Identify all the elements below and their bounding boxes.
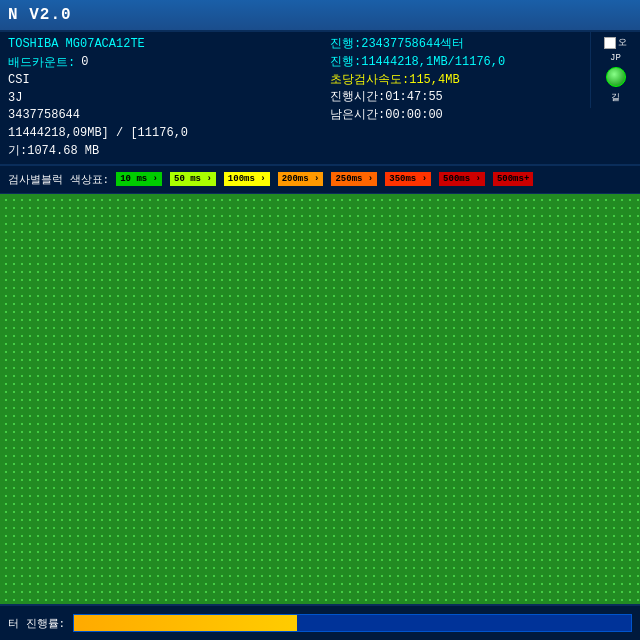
badge-area: 배드카운트: 0 — [8, 54, 310, 71]
legend-250ms[interactable]: 250ms › — [331, 172, 377, 186]
status-indicator — [606, 67, 626, 87]
progress-detail: 11444218,09MB] / [11176,0 — [8, 125, 310, 142]
legend-100ms[interactable]: 100ms › — [224, 172, 270, 186]
progress-line1: 진행:23437758644섹터 — [330, 36, 632, 53]
legend-200ms[interactable]: 200ms › — [278, 172, 324, 186]
bad-count-label: 배드카운트: — [8, 54, 75, 71]
legend-500ms[interactable]: 500ms › — [439, 172, 485, 186]
main-grid — [0, 194, 640, 624]
progress-bar-fill — [74, 615, 297, 631]
right-overlay: 오 JP 길 — [590, 32, 640, 108]
remaining-time: 남은시간:00:00:00 — [330, 107, 632, 124]
model-short: 3J — [8, 90, 310, 107]
right-label-extra: 길 — [611, 91, 620, 104]
app-title: N V2.0 — [8, 6, 72, 24]
checkbox-item: 오 — [604, 36, 627, 49]
speed-line: 초당검사속도:115,4MB — [330, 72, 632, 89]
status-bar: 검사별블럭 색상표: 10 ms › 50 ms › 100ms › 200ms… — [0, 166, 640, 194]
interface-line: CSI — [8, 72, 310, 89]
right-label-o: 오 — [618, 36, 627, 49]
legend-intro: 검사별블럭 색상표: — [8, 172, 109, 187]
info-right: 진행:23437758644섹터 진행:11444218,1MB/11176,0… — [310, 36, 632, 160]
legend-350ms[interactable]: 350ms › — [385, 172, 431, 186]
info-panel: TOSHIBA MG07ACA12TE 배드카운트: 0 CSI 3J 3437… — [0, 32, 640, 166]
sectors-total: 3437758644 — [8, 107, 310, 124]
info-left: TOSHIBA MG07ACA12TE 배드카운트: 0 CSI 3J 3437… — [8, 36, 310, 160]
grid-dots — [0, 194, 640, 624]
legend-10ms[interactable]: 10 ms › — [116, 172, 162, 186]
device-name: TOSHIBA MG07ACA12TE — [8, 36, 310, 53]
legend-500ms-plus[interactable]: 500ms+ — [493, 172, 533, 186]
bottom-bar: 터 진행률: — [0, 604, 640, 640]
bottom-label: 터 진행률: — [8, 616, 65, 631]
header-bar: N V2.0 — [0, 0, 640, 32]
legend-50ms[interactable]: 50 ms › — [170, 172, 216, 186]
progress-bar-container — [73, 614, 632, 632]
bad-count-value: 0 — [81, 55, 88, 69]
progress-line2: 진행:11444218,1MB/11176,0 — [330, 54, 632, 71]
right-label-jp: JP — [610, 53, 621, 63]
checkbox[interactable] — [604, 37, 616, 49]
size-info: 기:1074.68 MB — [8, 143, 310, 160]
elapsed-time: 진행시간:01:47:55 — [330, 89, 632, 106]
